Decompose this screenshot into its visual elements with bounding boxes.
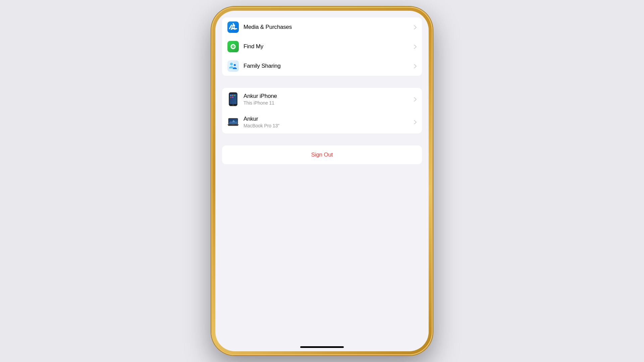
media-purchases-icon-wrapper: A xyxy=(227,21,239,33)
svg-rect-12 xyxy=(230,97,231,98)
sign-out-section: Sign Out xyxy=(222,145,422,164)
ankur-iphone-info: Ankur iPhone This iPhone 11 xyxy=(244,93,414,106)
ankur-iphone-name: Ankur iPhone xyxy=(244,93,414,100)
iphone-device-icon xyxy=(227,92,239,107)
family-sharing-label: Family Sharing xyxy=(244,63,414,69)
family-sharing-chevron xyxy=(414,64,417,68)
macbook-device-icon xyxy=(227,115,239,129)
svg-rect-15 xyxy=(231,93,235,94)
ankur-macbook-subtitle: MacBook Pro 13" xyxy=(244,123,414,128)
settings-group-top: A Media & Purchases xyxy=(222,17,422,76)
sign-out-label: Sign Out xyxy=(311,152,333,158)
svg-rect-11 xyxy=(234,95,235,96)
media-purchases-label: Media & Purchases xyxy=(244,24,414,31)
svg-point-5 xyxy=(234,64,236,66)
find-my-chevron xyxy=(414,45,417,49)
find-my-item[interactable]: Find My xyxy=(222,37,422,56)
ankur-iphone-chevron xyxy=(414,97,417,102)
media-purchases-chevron xyxy=(414,25,417,29)
ankur-macbook-chevron xyxy=(414,120,417,124)
screen-content: A Media & Purchases xyxy=(215,11,429,351)
phone-frame: A Media & Purchases xyxy=(211,7,433,355)
ankur-iphone-item[interactable]: Ankur iPhone This iPhone 11 xyxy=(222,88,422,111)
find-my-icon xyxy=(227,41,239,52)
family-sharing-icon-wrapper xyxy=(227,60,239,72)
ankur-iphone-subtitle: This iPhone 11 xyxy=(244,100,414,106)
find-my-icon-wrapper xyxy=(227,41,239,52)
media-purchases-item[interactable]: A Media & Purchases xyxy=(222,17,422,37)
svg-rect-19 xyxy=(232,124,235,125)
svg-rect-13 xyxy=(232,97,233,98)
app-store-icon: A xyxy=(227,21,239,33)
svg-rect-9 xyxy=(230,95,231,96)
svg-rect-10 xyxy=(232,95,233,96)
phone-screen: A Media & Purchases xyxy=(215,11,429,351)
family-sharing-item[interactable]: Family Sharing xyxy=(222,56,422,76)
phone-wrapper: A Media & Purchases xyxy=(211,7,433,355)
svg-point-14 xyxy=(232,104,234,106)
spacer-1 xyxy=(222,76,422,88)
svg-point-18 xyxy=(233,120,234,121)
family-sharing-icon xyxy=(227,60,239,72)
ankur-macbook-info: Ankur MacBook Pro 13" xyxy=(244,116,414,128)
find-my-label: Find My xyxy=(244,43,414,50)
ankur-macbook-name: Ankur xyxy=(244,116,414,122)
home-indicator xyxy=(300,346,344,348)
ankur-macbook-item[interactable]: Ankur MacBook Pro 13" xyxy=(222,111,422,133)
svg-point-3 xyxy=(232,46,233,47)
svg-point-4 xyxy=(230,63,233,65)
sign-out-button[interactable]: Sign Out xyxy=(222,145,422,164)
devices-section: Ankur iPhone This iPhone 11 xyxy=(222,88,422,133)
